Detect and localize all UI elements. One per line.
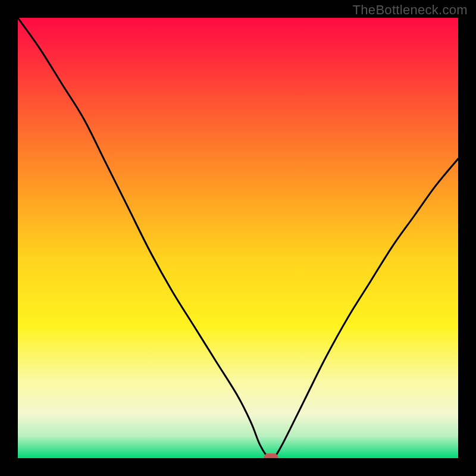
chart-background <box>18 18 458 458</box>
bottleneck-chart <box>18 18 458 458</box>
minimum-marker <box>264 453 278 458</box>
watermark-text: TheBottleneck.com <box>353 2 468 18</box>
chart-frame <box>18 18 458 458</box>
